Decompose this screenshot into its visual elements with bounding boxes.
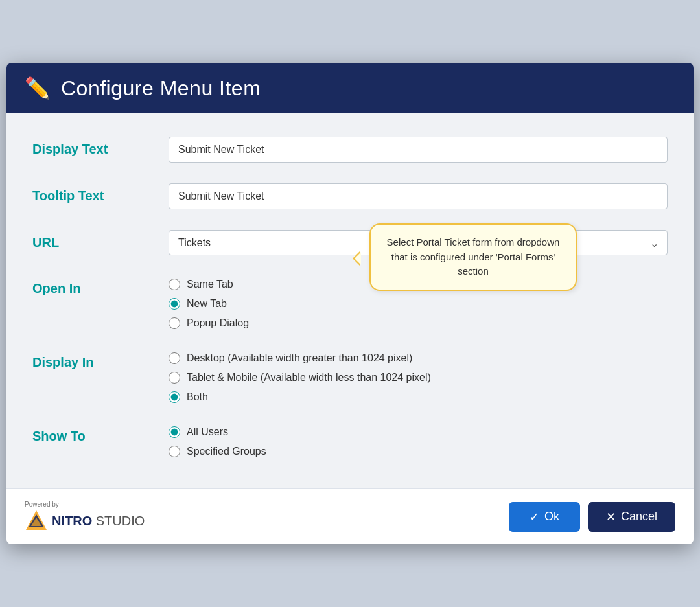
display-in-both-radio[interactable] [169, 391, 180, 403]
edit-icon: ✏️ [25, 76, 51, 100]
cancel-button[interactable]: ✕ Cancel [588, 502, 675, 532]
open-in-popup-radio[interactable] [169, 317, 180, 329]
display-in-control: Desktop (Available width greater than 10… [169, 350, 668, 403]
nitro-text: NITRO [52, 514, 92, 528]
display-in-tablet-mobile[interactable]: Tablet & Mobile (Available width less th… [169, 372, 668, 384]
show-to-all-users[interactable]: All Users [169, 426, 668, 438]
open-in-label: Open In [32, 276, 169, 296]
ok-button[interactable]: ✓ Ok [509, 502, 580, 532]
open-in-new-tab-radio[interactable] [169, 298, 180, 310]
tooltip-text-control [169, 183, 668, 209]
tooltip-callout-text: Select Portal Ticket form from dropdown … [387, 236, 560, 277]
display-in-desktop[interactable]: Desktop (Available width greater than 10… [169, 352, 668, 364]
studio-text: STUDIO [92, 514, 145, 528]
nitro-studio-text: NITRO STUDIO [52, 514, 145, 529]
display-in-both[interactable]: Both [169, 391, 668, 403]
ok-label: Ok [544, 510, 559, 523]
dialog-body: Display Text Tooltip Text URL Tickets Ne… [6, 113, 694, 488]
dialog-header: ✏️ Configure Menu Item [6, 63, 694, 113]
cancel-icon: ✕ [606, 510, 616, 524]
configure-menu-item-dialog: ✏️ Configure Menu Item Display Text Tool… [6, 63, 694, 544]
display-in-desktop-label: Desktop (Available width greater than 10… [187, 352, 412, 364]
display-in-label: Display In [32, 350, 169, 370]
show-to-row: Show To All Users Specified Groups [32, 424, 668, 457]
show-to-all-users-radio[interactable] [169, 426, 180, 438]
open-in-popup[interactable]: Popup Dialog [169, 317, 668, 329]
show-to-all-users-label: All Users [187, 426, 228, 438]
open-in-new-tab-label: New Tab [187, 298, 227, 310]
show-to-radio-group: All Users Specified Groups [169, 424, 668, 457]
cancel-label: Cancel [621, 510, 657, 523]
tooltip-callout: Select Portal Ticket form from dropdown … [369, 223, 577, 291]
display-in-tablet-label: Tablet & Mobile (Available width less th… [187, 372, 431, 384]
show-to-label: Show To [32, 424, 169, 444]
tooltip-text-row: Tooltip Text [32, 183, 668, 209]
show-to-control: All Users Specified Groups [169, 424, 668, 457]
tooltip-text-label: Tooltip Text [32, 183, 169, 203]
ok-icon: ✓ [530, 510, 539, 524]
show-to-groups-radio[interactable] [169, 446, 180, 457]
nitro-logo-icon [25, 509, 48, 533]
display-in-both-label: Both [187, 391, 208, 403]
open-in-same-tab-label: Same Tab [187, 279, 233, 290]
dialog-title: Configure Menu Item [61, 76, 261, 100]
footer-buttons: ✓ Ok ✕ Cancel [509, 502, 675, 532]
display-text-input[interactable] [169, 137, 668, 163]
display-in-tablet-radio[interactable] [169, 372, 180, 384]
tooltip-text-input[interactable] [169, 183, 668, 209]
display-in-row: Display In Desktop (Available width grea… [32, 350, 668, 403]
url-label: URL [32, 230, 169, 250]
powered-by-text: Powered by [25, 501, 145, 508]
display-text-label: Display Text [32, 137, 169, 157]
open-in-same-tab-radio[interactable] [169, 279, 180, 290]
dialog-footer: Powered by NITRO STUDIO ✓ Ok ✕ Canc [6, 488, 694, 544]
show-to-specified-groups[interactable]: Specified Groups [169, 446, 668, 457]
display-in-desktop-radio[interactable] [169, 352, 180, 364]
open-in-popup-label: Popup Dialog [187, 317, 249, 329]
nitro-studio-logo: NITRO STUDIO [25, 509, 145, 533]
display-text-row: Display Text [32, 137, 668, 163]
url-row: URL Tickets New Ticket My Tickets Ticket… [32, 230, 668, 255]
display-in-radio-group: Desktop (Available width greater than 10… [169, 350, 668, 403]
footer-brand: Powered by NITRO STUDIO [25, 501, 145, 533]
show-to-groups-label: Specified Groups [187, 446, 266, 457]
open-in-new-tab[interactable]: New Tab [169, 298, 668, 310]
display-text-control [169, 137, 668, 163]
